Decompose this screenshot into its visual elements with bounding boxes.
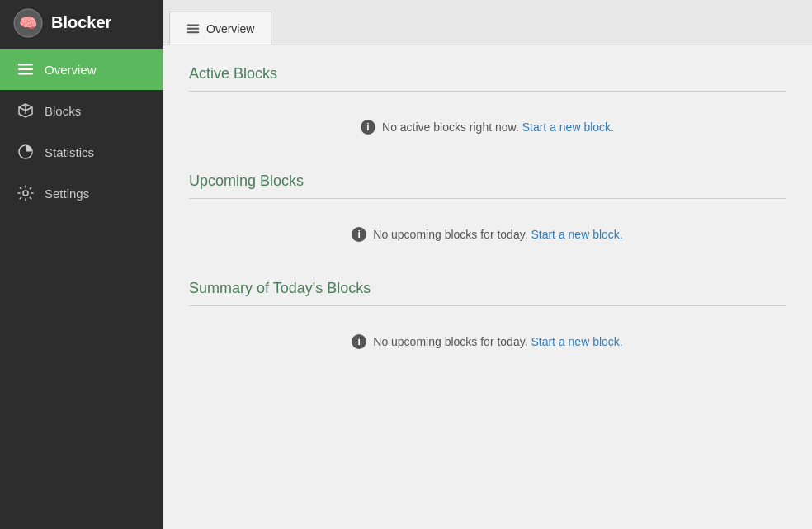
active-blocks-title: Active Blocks	[189, 65, 786, 83]
content-area: Active Blocks i No active blocks right n…	[163, 45, 812, 529]
section-upcoming-blocks: Upcoming Blocks i No upcoming blocks for…	[189, 172, 786, 257]
svg-rect-9	[187, 24, 199, 26]
svg-rect-3	[18, 68, 33, 71]
overview-icon	[17, 60, 35, 78]
sidebar-label-overview: Overview	[45, 63, 97, 77]
sidebar-header: 🧠 Blocker	[0, 0, 163, 45]
summary-message: i No upcoming blocks for today. Start a …	[189, 319, 786, 364]
tab-bar: Overview	[163, 0, 812, 45]
active-blocks-text: No active blocks right now.	[382, 120, 519, 134]
summary-text: No upcoming blocks for today.	[373, 335, 527, 348]
upcoming-blocks-message: i No upcoming blocks for today. Start a …	[189, 212, 786, 257]
blocks-icon	[17, 102, 35, 120]
sidebar-label-settings: Settings	[45, 187, 89, 201]
svg-point-8	[23, 191, 28, 196]
statistics-icon	[17, 143, 35, 161]
tab-overview-icon	[186, 22, 200, 35]
section-summary: Summary of Today's Blocks i No upcoming …	[189, 280, 786, 364]
app-logo: 🧠	[13, 8, 43, 38]
upcoming-blocks-info-icon: i	[352, 227, 366, 242]
app-title: Blocker	[51, 13, 111, 32]
active-blocks-link[interactable]: Start a new block.	[522, 120, 614, 134]
sidebar-item-statistics[interactable]: Statistics	[0, 131, 163, 172]
sidebar-item-blocks[interactable]: Blocks	[0, 90, 163, 131]
tab-overview[interactable]: Overview	[169, 12, 271, 45]
active-blocks-divider	[189, 91, 786, 92]
section-active-blocks: Active Blocks i No active blocks right n…	[189, 65, 786, 149]
sidebar-label-blocks: Blocks	[45, 104, 81, 118]
sidebar-item-overview[interactable]: Overview	[0, 49, 163, 90]
active-blocks-message: i No active blocks right now. Start a ne…	[189, 105, 786, 149]
summary-info-icon: i	[352, 334, 366, 349]
summary-divider	[189, 305, 786, 306]
sidebar-item-settings[interactable]: Settings	[0, 172, 163, 214]
settings-icon	[17, 184, 35, 202]
sidebar-nav: Overview Blocks Statistics	[0, 49, 163, 214]
sidebar-label-statistics: Statistics	[45, 145, 94, 159]
upcoming-blocks-title: Upcoming Blocks	[189, 172, 786, 190]
svg-rect-10	[187, 27, 199, 29]
svg-rect-2	[18, 64, 33, 66]
tab-overview-label: Overview	[206, 22, 254, 35]
active-blocks-info-icon: i	[361, 120, 375, 135]
main-area: Overview Active Blocks i No active block…	[163, 0, 812, 529]
svg-text:🧠: 🧠	[19, 14, 38, 32]
svg-rect-11	[187, 31, 199, 33]
summary-title: Summary of Today's Blocks	[189, 280, 786, 297]
svg-rect-4	[18, 73, 33, 75]
upcoming-blocks-text: No upcoming blocks for today.	[373, 228, 527, 241]
sidebar: 🧠 Blocker Overview Blocks	[0, 0, 163, 529]
summary-link[interactable]: Start a new block.	[531, 335, 622, 348]
upcoming-blocks-divider	[189, 198, 786, 199]
upcoming-blocks-link[interactable]: Start a new block.	[531, 228, 622, 241]
